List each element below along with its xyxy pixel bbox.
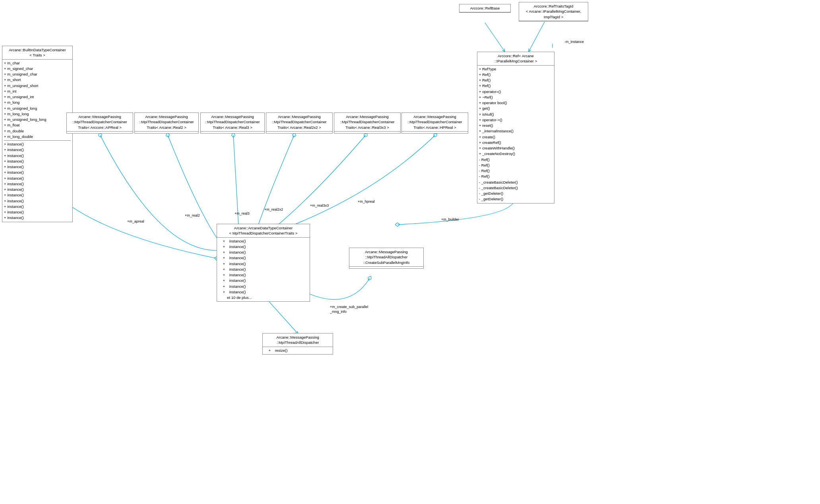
box-mp-real2-title: Arcane::MessagePassing::MpiThreadDispatc… (135, 113, 198, 132)
svg-text:+m_real3: +m_real3 (235, 211, 250, 215)
svg-text:+m_hpreal: +m_hpreal (358, 200, 375, 204)
box-mpithreadall-title: Arcane::MessagePassing::MpiThreadAllDisp… (263, 333, 333, 347)
box-refarcane-title: Arccore::Ref< Arcane::IParallelMngContai… (477, 52, 554, 66)
box-refarcane-members: + RefType + Ref() + Ref() + Ref() + oper… (477, 66, 554, 203)
box-arcanedata-title: Arcane::ArcaneDataTypeContainer< MpiThre… (217, 224, 310, 238)
svg-text:-m_instance: -m_instance (564, 40, 584, 44)
svg-line-0 (485, 23, 505, 52)
svg-text:+m_builder: +m_builder (441, 217, 459, 221)
box-createsubparallel-members (349, 267, 423, 268)
box-builtin-title: Arcane::BuiltInDataTypeContainer< Traits… (2, 46, 72, 60)
svg-line-1 (529, 22, 545, 52)
box-mpithreadall-members: + resize() (263, 347, 333, 354)
box-mp-real3x3: Arcane::MessagePassing::MpiThreadDispatc… (334, 112, 401, 134)
box-mp-hpreal-title: Arcane::MessagePassing::MpiThreadDispatc… (402, 113, 468, 132)
svg-text:+m_real2: +m_real2 (185, 213, 200, 217)
box-arcanedata: Arcane::ArcaneDataTypeContainer< MpiThre… (217, 224, 310, 302)
box-mp-hpreal: Arcane::MessagePassing::MpiThreadDispatc… (401, 112, 468, 134)
box-builtin-members: + m_char + m_signed_char + m_unsigned_ch… (2, 60, 72, 222)
box-createsubparallel-title: Arcane::MessagePassing::MpiThreadAllDisp… (349, 248, 423, 267)
box-refarcane: Arccore::Ref< Arcane::IParallelMngContai… (477, 52, 554, 204)
box-mp-real3-title: Arcane::MessagePassing::MpiThreadDispatc… (201, 113, 264, 132)
box-reftraitstag-title: Arccore::RefTraitsTagId < Arcane::IParal… (519, 2, 588, 21)
box-mp-real3-members (201, 132, 264, 133)
box-builtin: Arcane::BuiltInDataTypeContainer< Traits… (2, 46, 73, 222)
box-mp-real3x3-title: Arcane::MessagePassing::MpiThreadDispatc… (334, 113, 400, 132)
box-mp-apreal-title: Arcane::MessagePassing::MpiThreadDispatc… (67, 113, 133, 132)
diagram-container: -m_instance +m_builder +m_apreal +m_real… (0, 0, 820, 504)
box-refbase-title: Arccore::RefBase (459, 4, 510, 12)
box-mp-apreal-members (67, 132, 133, 133)
box-arcanedata-members: + instance() + instance() + instance() +… (217, 238, 310, 302)
box-reftraitstag: Arccore::RefTraitsTagId < Arcane::IParal… (519, 2, 588, 21)
svg-text:+m_real2x2: +m_real2x2 (264, 207, 283, 211)
box-mp-real2x2-title: Arcane::MessagePassing::MpiThreadDispatc… (266, 113, 332, 132)
box-refbase: Arccore::RefBase (459, 4, 511, 13)
box-createsubparallel: Arcane::MessagePassing::MpiThreadAllDisp… (349, 248, 424, 269)
box-mp-real3x3-members (334, 132, 400, 133)
box-mp-real2x2: Arcane::MessagePassing::MpiThreadDispatc… (266, 112, 333, 134)
box-mpithreadall: Arcane::MessagePassing::MpiThreadAllDisp… (262, 333, 333, 355)
svg-text:_mng_info: _mng_info (330, 310, 347, 314)
svg-text:+m_real3x3: +m_real3x3 (310, 204, 329, 207)
svg-text:+m_apreal: +m_apreal (127, 219, 144, 223)
box-mp-real3: Arcane::MessagePassing::MpiThreadDispatc… (200, 112, 265, 134)
box-mp-real2-members (135, 132, 198, 133)
box-mp-real2x2-members (266, 132, 332, 133)
box-mp-real2: Arcane::MessagePassing::MpiThreadDispatc… (134, 112, 199, 134)
svg-text:+m_create_sub_parallel: +m_create_sub_parallel (330, 305, 368, 309)
box-mp-hpreal-members (402, 132, 468, 133)
box-mp-apreal: Arcane::MessagePassing::MpiThreadDispatc… (66, 112, 133, 134)
